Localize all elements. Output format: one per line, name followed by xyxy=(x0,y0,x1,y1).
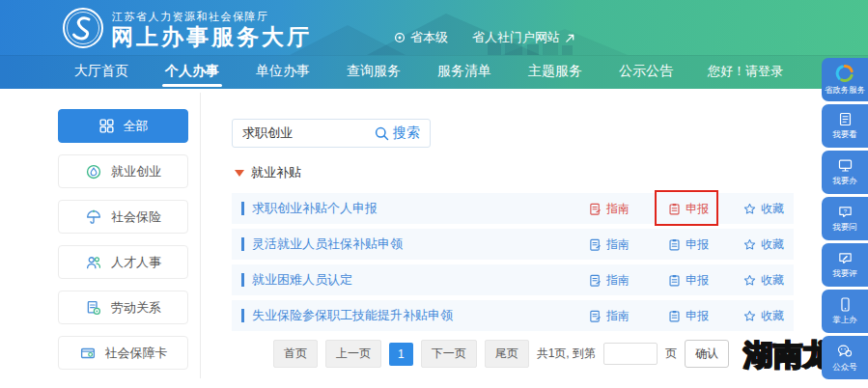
toolbar-item-gov-service[interactable]: 省政务服务 xyxy=(822,58,868,101)
sidebar-item-talent-personnel[interactable]: 人才人事 xyxy=(58,245,188,279)
row-marker xyxy=(241,273,244,287)
search-button[interactable]: 搜索 xyxy=(365,125,430,142)
sidebar-item-social-insurance[interactable]: 社会保险 xyxy=(58,200,188,234)
edit-bubble-icon xyxy=(837,250,854,266)
location-icon xyxy=(394,32,406,43)
sidebar-item-label: 人才人事 xyxy=(111,254,161,271)
nav-item-service-list[interactable]: 服务清单 xyxy=(419,55,510,89)
star-icon xyxy=(743,274,756,287)
confirm-page-button[interactable]: 确认 xyxy=(685,340,729,368)
star-icon xyxy=(743,310,756,322)
nav-item-announcements[interactable]: 公示公告 xyxy=(601,55,691,89)
nav-item-query-services[interactable]: 查询服务 xyxy=(328,55,419,89)
service-title-link[interactable]: 失业保险参保职工技能提升补贴申领 xyxy=(252,307,453,324)
apply-action[interactable]: 申报 xyxy=(668,264,709,295)
sidebar-item-label: 就业创业 xyxy=(111,163,161,180)
section-title: 就业补贴 xyxy=(251,164,301,181)
row-marker xyxy=(241,237,244,251)
guide-action-label: 指南 xyxy=(606,308,630,324)
grid-icon xyxy=(98,118,115,134)
umbrella-icon xyxy=(85,208,102,226)
portal-link[interactable]: 省人社门户网站 xyxy=(472,29,575,46)
pagination: 首页 上一页 1 下一页 尾页 共1页, 到第 页 确认 xyxy=(273,340,729,368)
goto-page-input[interactable] xyxy=(603,343,658,365)
employment-icon xyxy=(85,163,102,180)
service-search-box: 搜索 xyxy=(232,119,431,148)
favorite-action-label: 收藏 xyxy=(761,308,784,324)
nav-item-theme-services[interactable]: 主题服务 xyxy=(510,55,601,89)
last-page-button[interactable]: 尾页 xyxy=(485,340,529,368)
apply-action-label: 申报 xyxy=(686,308,709,324)
favorite-action[interactable]: 收藏 xyxy=(743,193,784,224)
login-link[interactable]: 您好！请登录 xyxy=(708,55,783,89)
monitor-icon xyxy=(837,157,854,174)
sidebar-item-label: 社会保障卡 xyxy=(105,345,168,362)
sidebar-item-all[interactable]: 全部 xyxy=(58,109,188,143)
toolbar-item-read[interactable]: 我要看 xyxy=(822,104,868,148)
social-card-icon xyxy=(79,345,97,362)
service-title-link[interactable]: 就业困难人员认定 xyxy=(252,271,352,289)
question-bubble-icon: ? xyxy=(837,204,854,220)
guide-action[interactable]: 指南 xyxy=(589,300,630,331)
toolbar-item-mobile[interactable]: 掌上办 xyxy=(822,290,868,333)
guide-action-label: 指南 xyxy=(606,236,630,253)
favorite-action[interactable]: 收藏 xyxy=(743,300,784,331)
star-icon xyxy=(743,238,756,251)
toolbar-item-wechat[interactable]: 公众号 xyxy=(822,336,868,379)
apply-clipboard-icon xyxy=(668,274,681,287)
apply-action[interactable]: 申报 xyxy=(668,229,709,260)
guide-doc-icon xyxy=(589,274,602,287)
toolbar-item-label: 公众号 xyxy=(832,362,857,374)
guide-action[interactable]: 指南 xyxy=(589,193,630,224)
content-divider xyxy=(200,93,201,378)
online-service-hall-page: 江苏省人力资源和社会保障厅 网上办事服务大厅 省本级 省人社门户网站 大厅首页 … xyxy=(0,0,868,388)
guide-action[interactable]: 指南 xyxy=(589,264,630,295)
sidebar-item-labor-relations[interactable]: 劳动关系 xyxy=(58,291,188,324)
sidebar-item-label: 全部 xyxy=(124,118,149,135)
toolbar-item-ask[interactable]: ? 我要问 xyxy=(822,197,868,240)
service-title-link[interactable]: 求职创业补贴个人申报 xyxy=(252,200,378,217)
toolbar-item-label: 我要问 xyxy=(832,222,857,234)
star-icon xyxy=(743,203,756,215)
apply-action[interactable]: 申报 xyxy=(668,300,709,331)
page-unit-label: 页 xyxy=(665,346,677,362)
apply-clipboard-icon xyxy=(668,238,681,251)
toolbar-item-handle[interactable]: 我要办 xyxy=(822,151,868,194)
section-employment-subsidy[interactable]: 就业补贴 xyxy=(235,164,301,181)
service-title-link[interactable]: 灵活就业人员社保补贴申领 xyxy=(252,236,403,253)
first-page-button[interactable]: 首页 xyxy=(273,340,318,368)
watermark-left: 湖南 xyxy=(743,339,803,371)
sidebar-item-employment[interactable]: 就业创业 xyxy=(58,154,188,188)
side-toolbar: 省政务服务 我要看 我要办 ? 我要问 xyxy=(822,58,868,379)
next-page-button[interactable]: 下一页 xyxy=(421,340,477,368)
favorite-action-label: 收藏 xyxy=(761,236,784,253)
guide-action-label: 指南 xyxy=(606,201,630,217)
guide-doc-icon xyxy=(589,310,602,322)
nav-item-personal-services[interactable]: 个人办事 xyxy=(147,55,238,89)
guide-doc-icon xyxy=(589,203,602,215)
nav-item-hall-home[interactable]: 大厅首页 xyxy=(56,55,147,89)
favorite-action[interactable]: 收藏 xyxy=(743,264,784,295)
toolbar-item-review[interactable]: 我要评 xyxy=(822,243,868,287)
nav-item-unit-services[interactable]: 单位办事 xyxy=(238,55,328,89)
toolbar-item-label: 掌上办 xyxy=(832,315,857,326)
guide-doc-icon xyxy=(589,238,602,251)
search-input[interactable] xyxy=(233,126,365,141)
favorite-action[interactable]: 收藏 xyxy=(743,229,784,260)
main-nav: 大厅首页 个人办事 单位办事 查询服务 服务清单 主题服务 公示公告 xyxy=(56,55,691,89)
apply-action[interactable]: 申报 xyxy=(668,193,709,224)
apply-action-label: 申报 xyxy=(686,272,709,289)
prev-page-button[interactable]: 上一页 xyxy=(325,340,381,368)
sidebar-item-label: 劳动关系 xyxy=(111,299,161,317)
region-level-label: 省本级 xyxy=(410,29,448,46)
gov-service-logo-icon xyxy=(835,64,854,83)
toolbar-item-label: 省政务服务 xyxy=(825,85,866,97)
apply-clipboard-icon xyxy=(668,310,681,322)
sidebar-item-social-security-card[interactable]: 社会保障卡 xyxy=(58,336,188,370)
search-button-label: 搜索 xyxy=(393,125,420,142)
doc-list-icon xyxy=(837,111,854,127)
region-level[interactable]: 省本级 xyxy=(394,29,448,46)
guide-action[interactable]: 指南 xyxy=(589,229,630,260)
current-page-button[interactable]: 1 xyxy=(389,343,413,366)
service-row: 求职创业补贴个人申报 指南 申报 收藏 xyxy=(232,193,794,224)
